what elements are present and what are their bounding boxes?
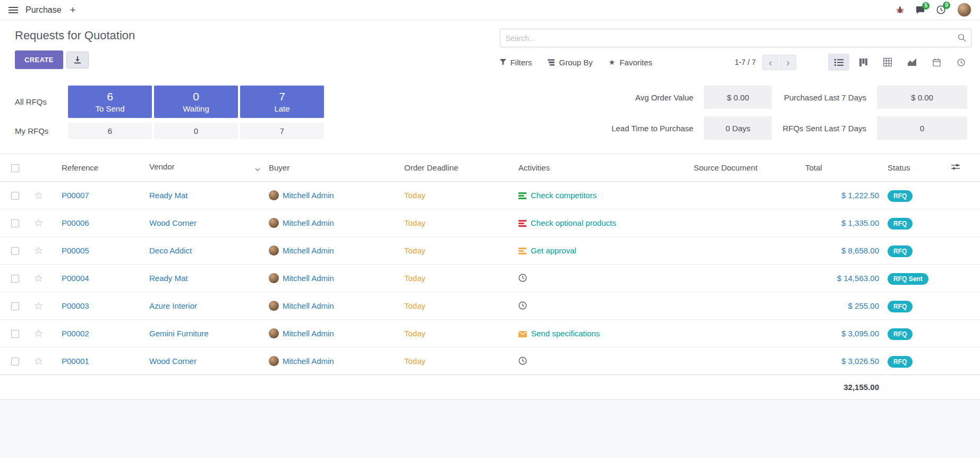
vendor-link[interactable]: Deco Addict bbox=[149, 246, 192, 255]
buyer-link[interactable]: Mitchell Admin bbox=[283, 357, 334, 366]
favorites-button[interactable]: ★ Favorites bbox=[609, 58, 652, 67]
vendor-link[interactable]: Wood Corner bbox=[149, 218, 197, 227]
source-document-cell bbox=[689, 347, 801, 375]
favorite-star-icon[interactable]: ☆ bbox=[34, 217, 43, 228]
messages-icon[interactable]: 5 bbox=[916, 6, 925, 14]
select-all-checkbox[interactable] bbox=[11, 164, 19, 172]
favorite-star-icon[interactable]: ☆ bbox=[34, 190, 43, 201]
table-row[interactable]: ☆P00006Wood CornerMitchell AdminTodayChe… bbox=[0, 209, 980, 237]
row-checkbox[interactable] bbox=[11, 275, 19, 283]
activity-clock-icon[interactable] bbox=[518, 301, 527, 310]
favorite-star-icon[interactable]: ☆ bbox=[34, 300, 43, 311]
vendor-link[interactable]: Gemini Furniture bbox=[149, 329, 209, 338]
favorite-star-icon[interactable]: ☆ bbox=[34, 245, 43, 256]
activity-tasks-icon[interactable] bbox=[518, 220, 526, 227]
column-header-reference[interactable]: Reference bbox=[57, 154, 145, 182]
my-late-count[interactable]: 7 bbox=[240, 123, 324, 139]
vendor-link[interactable]: Azure Interior bbox=[149, 301, 197, 310]
optional-columns-icon[interactable] bbox=[947, 154, 980, 182]
buyer-link[interactable]: Mitchell Admin bbox=[283, 218, 334, 227]
row-checkbox[interactable] bbox=[11, 192, 19, 200]
reference-link[interactable]: P00007 bbox=[62, 191, 89, 200]
table-row[interactable]: ☆P00007Ready MatMitchell AdminTodayCheck… bbox=[0, 182, 980, 209]
column-header-activities[interactable]: Activities bbox=[514, 154, 689, 182]
table-row[interactable]: ☆P00001Wood CornerMitchell AdminToday$ 3… bbox=[0, 347, 980, 375]
activity-tasks-icon[interactable] bbox=[518, 192, 526, 199]
my-waiting-count[interactable]: 0 bbox=[154, 123, 238, 139]
row-checkbox[interactable] bbox=[11, 302, 19, 310]
table-row[interactable]: ☆P00002Gemini FurnitureMitchell AdminTod… bbox=[0, 320, 980, 347]
activity-tasks-icon[interactable] bbox=[518, 248, 526, 255]
activity-clock-icon[interactable] bbox=[518, 357, 527, 365]
view-switch-activity-icon[interactable] bbox=[950, 54, 972, 71]
column-header-vendor[interactable]: Vendor bbox=[145, 154, 265, 182]
activity-envelope-icon[interactable] bbox=[518, 331, 527, 337]
tile-to-send[interactable]: 6 To Send bbox=[68, 86, 152, 118]
column-header-buyer[interactable]: Buyer bbox=[265, 154, 400, 182]
reference-link[interactable]: P00004 bbox=[62, 274, 89, 283]
view-switch-calendar-icon[interactable] bbox=[926, 54, 947, 71]
reference-link[interactable]: P00003 bbox=[62, 301, 89, 310]
table-row[interactable]: ☆P00005Deco AddictMitchell AdminTodayGet… bbox=[0, 237, 980, 265]
view-switch-graph-icon[interactable] bbox=[901, 54, 923, 71]
debug-bug-icon[interactable] bbox=[896, 6, 904, 14]
pager-previous-button[interactable]: ‹ bbox=[762, 55, 779, 70]
total-amount: $ 1,222.50 bbox=[841, 191, 879, 200]
group-by-button[interactable]: Group By bbox=[548, 58, 592, 67]
activity-clock-icon[interactable] bbox=[518, 274, 527, 282]
search-input[interactable] bbox=[500, 29, 972, 47]
create-button[interactable]: CREATE bbox=[15, 50, 63, 69]
reference-link[interactable]: P00005 bbox=[62, 246, 89, 255]
order-deadline-value: Today bbox=[404, 191, 425, 200]
total-amount: $ 255.00 bbox=[848, 301, 879, 310]
column-header-total[interactable]: Total bbox=[801, 154, 883, 182]
plus-icon[interactable]: + bbox=[70, 5, 76, 15]
tile-waiting[interactable]: 0 Waiting bbox=[154, 86, 238, 118]
column-header-status[interactable]: Status bbox=[883, 154, 947, 182]
vendor-link[interactable]: Ready Mat bbox=[149, 191, 188, 200]
activity-label[interactable]: Get approval bbox=[531, 246, 576, 255]
export-button[interactable] bbox=[66, 52, 89, 69]
buyer-link[interactable]: Mitchell Admin bbox=[283, 191, 334, 200]
buyer-link[interactable]: Mitchell Admin bbox=[283, 274, 334, 283]
favorite-star-icon[interactable]: ☆ bbox=[34, 273, 43, 284]
vendor-link[interactable]: Ready Mat bbox=[149, 274, 188, 283]
all-rfqs-label: All RFQs bbox=[15, 97, 66, 106]
activity-label[interactable]: Check optional products bbox=[531, 218, 616, 227]
activity-label[interactable]: Check competitors bbox=[531, 191, 596, 200]
reference-link[interactable]: P00002 bbox=[62, 329, 89, 338]
view-switch-kanban-icon[interactable] bbox=[853, 54, 874, 71]
source-document-cell bbox=[689, 320, 801, 347]
tile-late[interactable]: 7 Late bbox=[240, 86, 324, 118]
activity-label[interactable]: Send specifications bbox=[531, 329, 600, 338]
view-switch-list-icon[interactable] bbox=[828, 54, 849, 71]
column-header-source-document[interactable]: Source Document bbox=[689, 154, 801, 182]
vendor-link[interactable]: Wood Corner bbox=[149, 357, 197, 366]
view-switch-pivot-icon[interactable] bbox=[877, 54, 898, 71]
total-amount: $ 3,095.00 bbox=[841, 329, 879, 338]
column-header-order-deadline[interactable]: Order Deadline bbox=[400, 154, 514, 182]
my-to-send-count[interactable]: 6 bbox=[68, 123, 152, 139]
filters-button[interactable]: Filters bbox=[500, 58, 532, 67]
rfq-list: Reference Vendor Buyer Order Deadline Ac… bbox=[0, 154, 980, 400]
reference-link[interactable]: P00001 bbox=[62, 357, 89, 366]
table-row[interactable]: ☆P00003Azure InteriorMitchell AdminToday… bbox=[0, 292, 980, 320]
reference-link[interactable]: P00006 bbox=[62, 218, 89, 227]
apps-menu-icon[interactable] bbox=[8, 6, 18, 14]
pager-next-button[interactable]: › bbox=[780, 55, 796, 70]
total-amount: $ 3,026.50 bbox=[841, 357, 879, 366]
favorite-star-icon[interactable]: ☆ bbox=[34, 355, 43, 367]
source-document-cell bbox=[689, 237, 801, 265]
row-checkbox[interactable] bbox=[11, 330, 19, 338]
table-row[interactable]: ☆P00004Ready MatMitchell AdminToday$ 14,… bbox=[0, 265, 980, 292]
buyer-link[interactable]: Mitchell Admin bbox=[283, 246, 334, 255]
row-checkbox[interactable] bbox=[11, 358, 19, 366]
favorite-star-icon[interactable]: ☆ bbox=[34, 328, 43, 339]
row-checkbox[interactable] bbox=[11, 219, 19, 227]
buyer-link[interactable]: Mitchell Admin bbox=[283, 329, 334, 338]
app-name[interactable]: Purchase bbox=[25, 5, 62, 15]
activities-icon[interactable]: 0 bbox=[936, 5, 945, 14]
buyer-link[interactable]: Mitchell Admin bbox=[283, 301, 334, 310]
user-avatar[interactable] bbox=[957, 3, 972, 17]
row-checkbox[interactable] bbox=[11, 247, 19, 255]
